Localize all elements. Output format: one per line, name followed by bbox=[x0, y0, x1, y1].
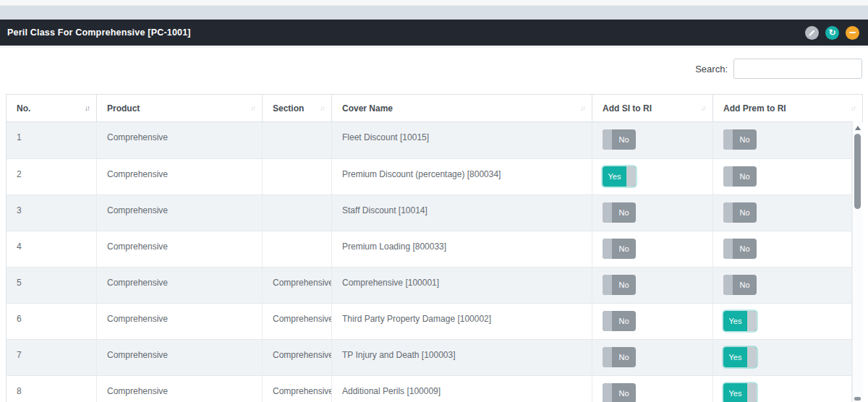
cell-add-si: No bbox=[592, 267, 713, 303]
cell-no: 6 bbox=[7, 303, 97, 339]
cell-product: Comprehensive bbox=[97, 375, 263, 402]
refresh-button[interactable]: ↻ bbox=[825, 26, 839, 40]
cell-cover-name: Additional Perils [100009] bbox=[332, 375, 592, 402]
cell-add-si: Yes bbox=[592, 158, 713, 194]
toggle-add-si[interactable]: No bbox=[603, 311, 636, 331]
toggle-knob bbox=[603, 129, 612, 150]
cell-cover-name: Third Party Property Damage [100002] bbox=[332, 303, 592, 339]
toggle-knob bbox=[603, 275, 612, 295]
cell-section: Comprehensive bbox=[263, 375, 332, 402]
cell-cover-name: Staff Discount [10014] bbox=[332, 194, 592, 231]
cell-add-si: No bbox=[592, 339, 713, 375]
table-body: 1 Comprehensive Fleet Discount [10015] N… bbox=[7, 122, 852, 402]
cell-section: Comprehensive bbox=[263, 339, 332, 375]
cell-product: Comprehensive bbox=[97, 339, 263, 375]
column-header-cover-name[interactable]: Cover Name ↓↑ bbox=[332, 95, 592, 122]
toggle-add-prem[interactable]: No bbox=[723, 166, 757, 187]
cell-add-si: No bbox=[592, 194, 713, 231]
table-row: 6 Comprehensive Comprehensive Third Part… bbox=[7, 303, 852, 339]
cell-cover-name: TP Injury and Death [100003] bbox=[332, 339, 592, 375]
main-content: Search: No. ↓↑ Product ↓↑ Section ↓↑ Cov… bbox=[0, 48, 868, 402]
cell-product: Comprehensive bbox=[97, 158, 263, 194]
scrollbar-up-arrow[interactable] bbox=[855, 126, 861, 130]
cell-add-si: No bbox=[592, 122, 713, 158]
toggle-add-si[interactable]: No bbox=[603, 383, 636, 402]
search-input[interactable] bbox=[733, 59, 862, 79]
cell-no: 4 bbox=[7, 231, 97, 267]
browser-top-strip bbox=[0, 0, 868, 6]
cell-section bbox=[263, 122, 332, 158]
table-row: 2 Comprehensive Premium Discount (percen… bbox=[7, 158, 852, 194]
toggle-add-si[interactable]: No bbox=[603, 275, 636, 295]
toggle-knob bbox=[603, 202, 612, 223]
sort-icon: ↓↑ bbox=[580, 104, 584, 112]
toggle-knob bbox=[603, 311, 612, 331]
toggle-add-prem[interactable]: Yes bbox=[723, 383, 757, 402]
toggle-knob bbox=[603, 383, 612, 402]
scrollbar-down-arrow[interactable] bbox=[854, 397, 861, 401]
toggle-add-si[interactable]: No bbox=[603, 129, 636, 150]
minimize-button[interactable] bbox=[846, 26, 859, 40]
sort-icon: ↓↑ bbox=[250, 104, 255, 112]
sort-icon: ↓↑ bbox=[85, 104, 89, 112]
cell-product: Comprehensive bbox=[97, 194, 263, 231]
cell-add-prem: No bbox=[713, 267, 852, 303]
toggle-add-prem[interactable]: Yes bbox=[723, 347, 757, 367]
search-row: Search: bbox=[6, 58, 862, 80]
cell-add-prem: No bbox=[713, 158, 852, 194]
data-table: No. ↓↑ Product ↓↑ Section ↓↑ Cover Name … bbox=[6, 94, 862, 402]
cell-product: Comprehensive bbox=[97, 267, 263, 303]
column-header-add-si-to-ri[interactable]: Add SI to RI ↓↑ bbox=[592, 95, 713, 122]
toggle-knob bbox=[723, 166, 733, 187]
cell-section bbox=[263, 194, 332, 231]
toggle-add-si[interactable]: No bbox=[603, 347, 636, 367]
toggle-add-prem[interactable]: Yes bbox=[723, 311, 757, 331]
toggle-knob bbox=[723, 275, 733, 295]
cell-add-si: No bbox=[592, 231, 713, 267]
toggle-knob bbox=[626, 166, 636, 187]
toggle-knob bbox=[747, 311, 757, 331]
cell-section bbox=[263, 231, 332, 267]
cell-add-prem: No bbox=[713, 122, 852, 158]
column-header-no[interactable]: No. ↓↑ bbox=[7, 95, 97, 122]
cell-cover-name: Comprehensive [100001] bbox=[332, 267, 592, 303]
column-header-add-prem-to-ri[interactable]: Add Prem to RI ↓↑ bbox=[713, 95, 863, 122]
panel-actions: ↻ bbox=[799, 26, 859, 40]
cell-section: Comprehensive bbox=[263, 267, 332, 303]
cell-no: 5 bbox=[7, 267, 97, 303]
toggle-add-prem[interactable]: No bbox=[723, 275, 757, 295]
table-row: 7 Comprehensive Comprehensive TP Injury … bbox=[7, 339, 852, 375]
toggle-add-prem[interactable]: No bbox=[723, 202, 757, 223]
cell-add-si: No bbox=[592, 303, 713, 339]
toggle-knob bbox=[723, 129, 733, 150]
table-row: 3 Comprehensive Staff Discount [10014] N… bbox=[7, 194, 852, 231]
cell-section bbox=[263, 158, 332, 194]
edit-button[interactable] bbox=[805, 26, 819, 40]
sort-icon: ↓↑ bbox=[320, 104, 324, 112]
cell-cover-name: Premium Loading [800033] bbox=[332, 231, 592, 267]
scrollbar-thumb[interactable] bbox=[854, 134, 861, 209]
toggle-add-si[interactable]: Yes bbox=[603, 166, 636, 187]
table-header-row: No. ↓↑ Product ↓↑ Section ↓↑ Cover Name … bbox=[7, 95, 863, 122]
cell-product: Comprehensive bbox=[97, 303, 263, 339]
cell-product: Comprehensive bbox=[97, 122, 263, 158]
cell-add-prem: No bbox=[713, 194, 852, 231]
cell-section: Comprehensive bbox=[263, 303, 332, 339]
cell-add-prem: Yes bbox=[713, 375, 852, 402]
column-header-section[interactable]: Section ↓↑ bbox=[263, 95, 332, 122]
table-row: 1 Comprehensive Fleet Discount [10015] N… bbox=[7, 122, 852, 158]
page-title: Peril Class For Comprehensive [PC-1001] bbox=[7, 27, 191, 38]
panel-header: Peril Class For Comprehensive [PC-1001] … bbox=[0, 20, 868, 46]
table-row: 5 Comprehensive Comprehensive Comprehens… bbox=[7, 267, 852, 303]
column-header-product[interactable]: Product ↓↑ bbox=[97, 95, 263, 122]
toggle-add-si[interactable]: No bbox=[603, 202, 636, 223]
toggle-add-prem[interactable]: No bbox=[723, 239, 757, 259]
cell-no: 7 bbox=[7, 339, 97, 375]
table-row: 8 Comprehensive Comprehensive Additional… bbox=[7, 375, 852, 402]
vertical-scrollbar bbox=[852, 121, 862, 402]
cell-cover-name: Premium Discount (percentage) [800034] bbox=[332, 158, 592, 194]
toggle-knob bbox=[723, 239, 733, 259]
cell-no: 1 bbox=[7, 122, 97, 158]
toggle-add-si[interactable]: No bbox=[603, 239, 636, 259]
toggle-add-prem[interactable]: No bbox=[723, 129, 757, 150]
